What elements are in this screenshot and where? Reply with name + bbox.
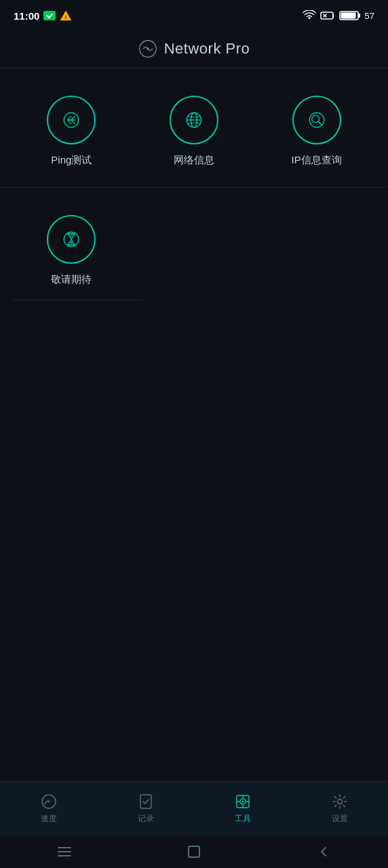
svg-rect-1: [321, 12, 333, 19]
status-time: 11:00: [14, 10, 39, 22]
app-header: Network Pro: [0, 30, 388, 68]
svg-point-8: [147, 47, 149, 50]
network-info-label: 网络信息: [174, 154, 214, 167]
nav-item-speed[interactable]: 速度: [0, 782, 97, 835]
main-content: Ping测试 网络信息: [0, 68, 388, 781]
status-left: 11:00 !: [14, 10, 72, 22]
android-menu-button[interactable]: [56, 844, 73, 860]
svg-rect-6: [341, 13, 355, 19]
nav-item-records[interactable]: 记录: [97, 782, 194, 835]
section-divider: [14, 300, 142, 300]
nav-records-label: 记录: [138, 813, 154, 825]
coming-soon-item: 敬请期待: [14, 208, 130, 293]
ping-test-label: Ping测试: [51, 154, 92, 167]
network-globe-icon: [182, 108, 206, 132]
nav-item-settings[interactable]: 设置: [291, 782, 388, 835]
svg-line-15: [318, 122, 322, 125]
svg-point-20: [47, 801, 50, 803]
status-right: 57: [303, 10, 374, 21]
nav-settings-label: 设置: [332, 813, 348, 825]
ip-lookup-label: IP信息查询: [292, 154, 342, 167]
ping-icon: [59, 108, 83, 132]
network-info-item[interactable]: 网络信息: [136, 89, 252, 174]
coming-soon-label: 敬请期待: [51, 273, 92, 286]
app-title: Network Pro: [164, 40, 250, 58]
android-back-button[interactable]: [315, 844, 332, 860]
nav-item-tools[interactable]: 工具: [194, 782, 291, 835]
svg-point-29: [337, 800, 342, 804]
android-nav-bar: [0, 835, 388, 868]
battery-icon: [339, 10, 361, 21]
settings-icon: [331, 793, 349, 810]
svg-rect-33: [189, 846, 199, 857]
ip-lookup-item[interactable]: IP信息查询: [258, 89, 374, 174]
warning-icon: !: [60, 10, 72, 21]
tools-icon: [234, 793, 252, 810]
coming-soon-grid: 敬请期待: [14, 208, 374, 293]
notification-icon: [43, 11, 56, 20]
battery-x-icon: [320, 11, 335, 20]
android-home-button[interactable]: [186, 844, 202, 860]
svg-point-24: [241, 801, 244, 803]
wifi-icon: [303, 10, 316, 21]
ping-icon-circle: [47, 96, 96, 144]
main-tools-grid: Ping测试 网络信息: [14, 89, 374, 174]
app-logo-icon: [138, 39, 157, 58]
nav-tools-label: 工具: [235, 813, 251, 825]
records-icon: [137, 793, 155, 810]
nav-speed-label: 速度: [41, 813, 57, 825]
hourglass-icon: [59, 227, 83, 252]
hourglass-circle: [47, 215, 96, 264]
battery-level: 57: [365, 11, 374, 21]
svg-rect-5: [358, 14, 360, 18]
network-globe-circle: [170, 96, 218, 144]
svg-rect-21: [140, 795, 151, 808]
search-icon: [305, 108, 329, 132]
status-bar: 11:00 !: [0, 0, 388, 30]
ping-test-item[interactable]: Ping测试: [14, 89, 130, 174]
speed-icon: [40, 793, 58, 810]
main-tools-section: Ping测试 网络信息: [0, 68, 388, 188]
ip-search-circle: [292, 96, 341, 144]
coming-soon-section: 敬请期待: [0, 188, 388, 314]
svg-point-14: [311, 115, 319, 123]
bottom-nav: 速度 记录 工具 设置: [0, 781, 388, 835]
svg-text:!: !: [65, 14, 67, 20]
